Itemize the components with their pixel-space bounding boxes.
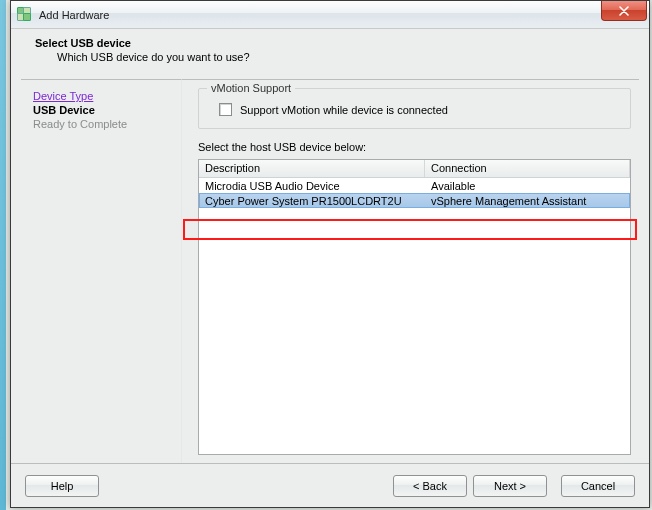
- dialog-footer: Help < Back Next > Cancel: [11, 463, 649, 507]
- table-header: Description Connection: [199, 160, 630, 178]
- cell-connection: vSphere Management Assistant: [425, 195, 630, 207]
- groupbox-legend: vMotion Support: [207, 82, 295, 94]
- add-hardware-dialog: Add Hardware Select USB device Which USB…: [10, 0, 650, 508]
- page-subtitle: Which USB device do you want to use?: [35, 49, 649, 63]
- cell-description: Microdia USB Audio Device: [199, 180, 425, 192]
- device-instruction: Select the host USB device below:: [198, 141, 631, 153]
- page-title: Select USB device: [35, 37, 649, 49]
- vmotion-checkbox-label: Support vMotion while device is connecte…: [240, 104, 448, 116]
- wizard-steps: Device Type USB Device Ready to Complete: [21, 79, 181, 463]
- cancel-button[interactable]: Cancel: [561, 475, 635, 497]
- vmotion-checkbox-row[interactable]: Support vMotion while device is connecte…: [209, 103, 620, 116]
- app-icon: [17, 7, 33, 23]
- close-icon: [619, 6, 629, 16]
- wizard-step-device-type[interactable]: Device Type: [33, 90, 175, 102]
- table-row[interactable]: Microdia USB Audio Device Available: [199, 178, 630, 193]
- close-button[interactable]: [601, 1, 647, 21]
- vmotion-groupbox: vMotion Support Support vMotion while de…: [198, 88, 631, 129]
- wizard-header: Select USB device Which USB device do yo…: [11, 29, 649, 69]
- back-button[interactable]: < Back: [393, 475, 467, 497]
- cell-description: Cyber Power System PR1500LCDRT2U: [199, 195, 425, 207]
- help-button[interactable]: Help: [25, 475, 99, 497]
- window-title: Add Hardware: [39, 9, 109, 21]
- next-button[interactable]: Next >: [473, 475, 547, 497]
- titlebar[interactable]: Add Hardware: [11, 1, 649, 29]
- col-connection[interactable]: Connection: [425, 160, 630, 177]
- wizard-content: vMotion Support Support vMotion while de…: [181, 79, 639, 463]
- table-row[interactable]: Cyber Power System PR1500LCDRT2U vSphere…: [199, 193, 630, 208]
- wizard-step-ready: Ready to Complete: [33, 118, 175, 130]
- vmotion-checkbox[interactable]: [219, 103, 232, 116]
- usb-device-table: Description Connection Microdia USB Audi…: [198, 159, 631, 455]
- col-description[interactable]: Description: [199, 160, 425, 177]
- wizard-step-usb-device: USB Device: [33, 104, 175, 116]
- cell-connection: Available: [425, 180, 630, 192]
